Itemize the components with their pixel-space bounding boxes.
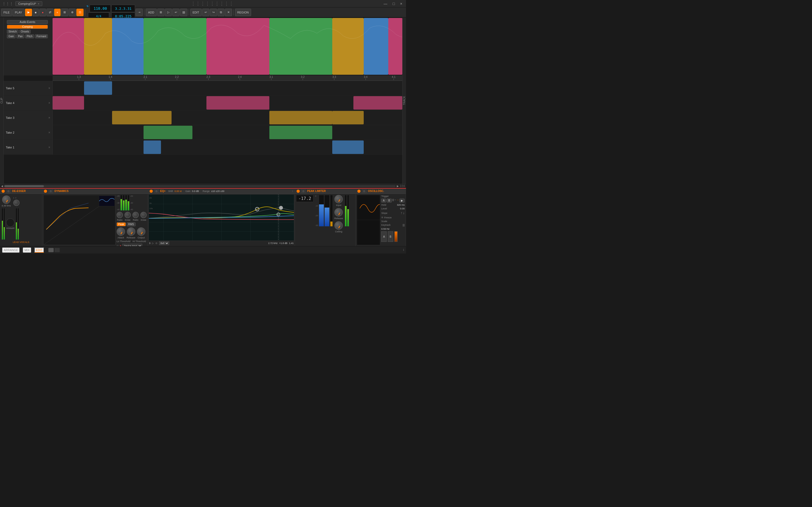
- dynamics-power-button[interactable]: [44, 189, 47, 193]
- undo-button[interactable]: ↩: [202, 9, 209, 16]
- add-track-button[interactable]: ADD: [146, 9, 156, 16]
- peak-ceiling-knob[interactable]: [335, 221, 343, 230]
- snap-button[interactable]: ⇢: [136, 9, 143, 16]
- onsets-button[interactable]: Onsets: [19, 30, 31, 34]
- peak-release-knob[interactable]: [335, 208, 343, 217]
- take2-content[interactable]: [53, 125, 402, 140]
- region-button[interactable]: REGION: [235, 9, 251, 16]
- record-button[interactable]: ●: [39, 9, 46, 16]
- take4-clip-3[interactable]: [353, 96, 402, 110]
- deesser-extra-knob[interactable]: [13, 200, 19, 206]
- deesser-power-button[interactable]: [2, 189, 5, 193]
- take3-content[interactable]: [53, 110, 402, 125]
- window-minimize-button[interactable]: —: [382, 1, 389, 6]
- deesser-freq-value: 4.49 kHz: [2, 205, 11, 207]
- dyn-device-select[interactable]: Device Input: [122, 244, 142, 246]
- dyn-ratio1-knob[interactable]: [116, 212, 123, 218]
- add-event-button[interactable]: +: [54, 9, 60, 16]
- parallel-button[interactable]: ⊞: [157, 9, 164, 16]
- delete-button[interactable]: ✕: [225, 9, 232, 16]
- stop-button[interactable]: ■: [33, 9, 39, 16]
- comp-button[interactable]: ⊞: [61, 9, 68, 16]
- take3-clip-2[interactable]: [269, 111, 332, 124]
- scroll-left-button[interactable]: ◀: [1, 184, 3, 187]
- orange-mode-button[interactable]: ⊡: [77, 9, 84, 16]
- dyn-knee2-knob[interactable]: [140, 212, 147, 218]
- take4-clip-1[interactable]: [53, 96, 84, 110]
- arrange-tab[interactable]: ARRANGE: [2, 247, 19, 253]
- redo-button[interactable]: ↪: [210, 9, 217, 16]
- osc-play-button[interactable]: ▶: [399, 199, 405, 203]
- gain-button[interactable]: Gain: [7, 34, 15, 38]
- take1-close[interactable]: ×: [48, 146, 50, 149]
- take2-clip-1[interactable]: [144, 126, 192, 139]
- osc-slope-up-button[interactable]: ↑: [401, 211, 403, 215]
- take5-content[interactable]: [53, 81, 402, 95]
- mix-tab[interactable]: MIX: [23, 247, 31, 253]
- eq-band-type-select[interactable]: Bell: [159, 241, 169, 245]
- pitch-button[interactable]: Pitch: [25, 34, 34, 38]
- edit-tab[interactable]: EDIT: [34, 247, 44, 253]
- take1-content[interactable]: [53, 140, 402, 155]
- scrollbar-thumb[interactable]: [4, 185, 44, 187]
- peak-in-meter-1-fill: [319, 205, 324, 226]
- main-track-content[interactable]: [53, 17, 402, 75]
- audio-events-button[interactable]: Audio Events: [7, 20, 48, 24]
- dyn-attack-knob[interactable]: [116, 227, 125, 236]
- play-button[interactable]: ▶: [25, 9, 32, 16]
- dynamics-mini-waveform-svg: [99, 196, 114, 206]
- osc-b-display-button[interactable]: B: [388, 231, 393, 242]
- take4-close[interactable]: ×: [48, 101, 50, 105]
- deesser-freq-knob[interactable]: [2, 195, 11, 204]
- peak-power-button[interactable]: [297, 189, 300, 193]
- add2-button[interactable]: ⊕: [69, 9, 76, 16]
- copy-button[interactable]: ⧉: [217, 9, 224, 16]
- take5-clip-1[interactable]: [84, 81, 112, 95]
- take1-clip-1[interactable]: [144, 140, 161, 154]
- take5-close[interactable]: ×: [48, 87, 50, 90]
- main-tab[interactable]: CompingGUI* ×: [15, 1, 42, 6]
- pan-button[interactable]: Pan: [16, 34, 24, 38]
- eq-power-button[interactable]: [150, 189, 153, 193]
- dyn-release-knob[interactable]: [127, 227, 135, 236]
- scroll-right-button[interactable]: ▶: [397, 184, 399, 187]
- comping-button[interactable]: Comping: [7, 25, 48, 29]
- play2-button[interactable]: ▷: [165, 9, 172, 16]
- rms-mode-button[interactable]: RMS: [126, 222, 136, 226]
- footer-box-icon-2[interactable]: [54, 248, 60, 252]
- file-button[interactable]: FILE: [1, 9, 12, 16]
- take2-close[interactable]: ×: [48, 131, 50, 134]
- dyn-output-knob[interactable]: [137, 227, 145, 236]
- osc-b-button[interactable]: B: [387, 199, 392, 203]
- osc-a-button[interactable]: A: [381, 199, 386, 203]
- stretch-button[interactable]: Stretch: [7, 30, 18, 34]
- dyn-knee1-knob[interactable]: [124, 212, 131, 218]
- osc-power-button[interactable]: [357, 189, 361, 193]
- osc-a-display-button[interactable]: A: [381, 231, 387, 242]
- take2-clip-2[interactable]: [269, 126, 332, 139]
- bottom-section: ⊡ DE-ESSER 4.49 kHz ↕ ○: [0, 188, 406, 246]
- peak-input-knob[interactable]: [335, 195, 343, 203]
- take3-close[interactable]: ×: [48, 116, 50, 120]
- osc-slope-down-button[interactable]: ↓: [403, 211, 405, 215]
- peak-mode-button[interactable]: Peak: [116, 222, 126, 226]
- window-maximize-button[interactable]: □: [391, 1, 396, 6]
- edit-button[interactable]: EDIT: [190, 9, 202, 16]
- cycle-button[interactable]: ⇄: [47, 9, 54, 16]
- deesser-amount-knob[interactable]: [6, 218, 14, 227]
- take3-clip-1[interactable]: [112, 111, 171, 124]
- formant-button[interactable]: Formant: [35, 34, 48, 38]
- take4-content[interactable]: [53, 96, 402, 110]
- tab-close-icon[interactable]: ×: [38, 2, 39, 5]
- take3-clip-3[interactable]: [332, 111, 364, 124]
- take1-clip-2[interactable]: [332, 140, 364, 154]
- record2-button[interactable]: ↩: [172, 9, 180, 16]
- footer-box-icon-1[interactable]: [48, 248, 54, 252]
- clip-side-label: CLIP: [0, 17, 4, 184]
- take4-clip-2[interactable]: [206, 96, 269, 110]
- play-label-button[interactable]: PLAY: [12, 9, 24, 16]
- take4-row: Take 4 ×: [4, 96, 402, 110]
- folder-button[interactable]: ▤: [180, 9, 188, 16]
- window-close-button[interactable]: ×: [399, 1, 404, 6]
- dyn-ratio2-knob[interactable]: [133, 212, 139, 218]
